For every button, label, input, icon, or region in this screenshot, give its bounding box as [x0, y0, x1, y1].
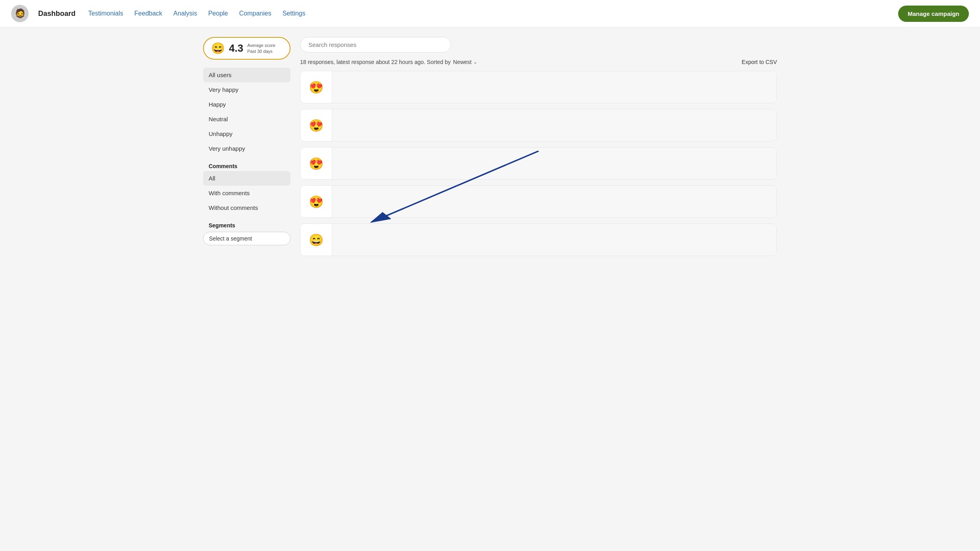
- comments-section: Comments All With comments Without comme…: [203, 159, 291, 215]
- nav-companies[interactable]: Companies: [239, 10, 271, 17]
- response-emoji: 😍: [300, 71, 332, 103]
- response-emoji: 😄: [300, 224, 332, 256]
- response-content: [332, 109, 777, 141]
- sidebar-item-very-happy[interactable]: Very happy: [203, 82, 291, 97]
- export-csv-button[interactable]: Export to CSV: [742, 59, 777, 65]
- response-card: 😍: [300, 109, 777, 142]
- content-area: 18 responses, latest response about 22 h…: [300, 37, 777, 256]
- sort-label: Newest: [453, 59, 472, 65]
- sidebar-item-all-comments[interactable]: All: [203, 171, 291, 186]
- nav-settings[interactable]: Settings: [283, 10, 306, 17]
- response-emoji: 😍: [300, 186, 332, 217]
- sidebar-item-very-unhappy[interactable]: Very unhappy: [203, 141, 291, 156]
- comments-header: Comments: [203, 159, 291, 171]
- response-content: [332, 186, 777, 217]
- score-number: 4.3: [229, 42, 243, 54]
- search-input[interactable]: [300, 37, 451, 52]
- score-label-line2: Past 30 days: [247, 49, 275, 54]
- manage-campaign-button[interactable]: Manage campaign: [898, 6, 969, 22]
- response-content: [332, 71, 777, 103]
- select-segment-button[interactable]: Select a segment: [203, 232, 291, 245]
- main-nav: Testimonials Feedback Analysis People Co…: [88, 10, 305, 17]
- response-card: 😍: [300, 147, 777, 180]
- chevron-down-icon: ⌄: [473, 59, 477, 65]
- sidebar-item-without-comments[interactable]: Without comments: [203, 200, 291, 215]
- response-card: 😍: [300, 71, 777, 103]
- segments-section: Segments Select a segment: [203, 218, 291, 245]
- main-layout: 😄 4.3 Average score Past 30 days All use…: [192, 27, 788, 266]
- sidebar-item-with-comments[interactable]: With comments: [203, 186, 291, 200]
- sidebar-item-neutral[interactable]: Neutral: [203, 112, 291, 126]
- response-content: [332, 224, 777, 256]
- nav-testimonials[interactable]: Testimonials: [88, 10, 123, 17]
- score-card: 😄 4.3 Average score Past 30 days: [203, 37, 291, 60]
- score-emoji: 😄: [211, 42, 225, 55]
- sort-dropdown[interactable]: Newest ⌄: [453, 59, 477, 65]
- app-header: 🧔 Dashboard Testimonials Feedback Analys…: [0, 0, 980, 27]
- avatar[interactable]: 🧔: [11, 5, 29, 22]
- response-content: [332, 147, 777, 179]
- nav-people[interactable]: People: [208, 10, 228, 17]
- response-emoji: 😍: [300, 109, 332, 141]
- nav-feedback[interactable]: Feedback: [134, 10, 162, 17]
- response-list: 😍 😍 😍 😍 😄: [300, 71, 777, 256]
- sidebar-item-happy[interactable]: Happy: [203, 97, 291, 112]
- sidebar: 😄 4.3 Average score Past 30 days All use…: [203, 37, 291, 256]
- response-emoji: 😍: [300, 147, 332, 179]
- filter-section: All users Very happy Happy Neutral Unhap…: [203, 68, 291, 156]
- score-label-line1: Average score: [247, 43, 275, 48]
- sidebar-item-unhappy[interactable]: Unhappy: [203, 126, 291, 141]
- segments-header: Segments: [203, 218, 291, 230]
- nav-analysis[interactable]: Analysis: [173, 10, 197, 17]
- responses-meta: 18 responses, latest response about 22 h…: [300, 59, 777, 65]
- dashboard-title: Dashboard: [38, 10, 76, 18]
- response-card: 😄: [300, 223, 777, 256]
- sidebar-item-all-users[interactable]: All users: [203, 68, 291, 82]
- score-label: Average score Past 30 days: [247, 43, 275, 54]
- content-topbar: [300, 37, 777, 52]
- responses-count-text: 18 responses, latest response about 22 h…: [300, 59, 451, 65]
- responses-meta-left: 18 responses, latest response about 22 h…: [300, 59, 477, 65]
- avatar-icon: 🧔: [15, 8, 25, 19]
- response-card: 😍: [300, 185, 777, 218]
